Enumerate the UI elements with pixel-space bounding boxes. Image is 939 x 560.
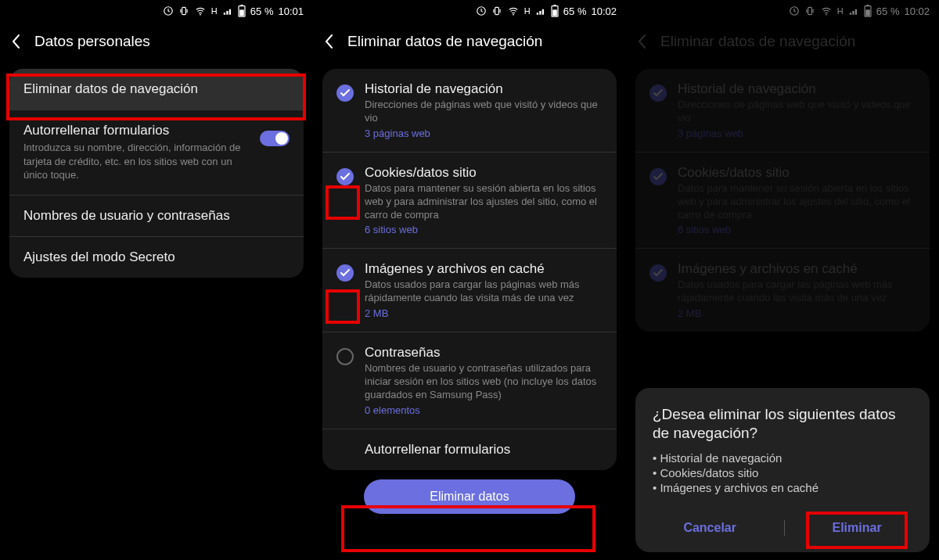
svg-rect-7 [495,7,499,14]
svg-point-2 [200,14,201,16]
status-bar: H 65 % 10:01 [0,0,313,22]
row-clear-browsing-data[interactable]: Eliminar datos de navegación [9,69,304,110]
dialog-items: • Historial de navegación • Cookies/dato… [653,451,912,494]
back-button[interactable] [11,34,20,49]
wifi-icon [507,5,520,16]
wifi-icon [194,5,207,16]
confirm-button[interactable]: Eliminar [818,515,895,541]
page-title: Datos personales [34,33,150,50]
battery-icon [551,5,559,17]
autofill-toggle[interactable] [260,131,290,146]
clock-label: 10:01 [278,5,304,17]
svg-rect-11 [552,9,557,16]
clock-label: 10:02 [591,5,617,17]
vibrate-icon [178,5,189,16]
checkbox-passwords[interactable] [336,348,354,365]
battery-label: 65 % [563,5,587,17]
settings-card: Eliminar datos de navegación Autorrellen… [9,69,304,278]
battery-label: 65 % [250,5,274,17]
checkbox-cache[interactable] [336,264,354,282]
back-button[interactable] [324,34,333,49]
network-label: H [211,6,218,16]
network-label: H [524,6,531,16]
row-cookies[interactable]: Cookies/datos sitio Datos para mantener … [322,153,617,249]
signal-icon [222,5,233,16]
svg-point-8 [513,14,514,16]
battery-icon [238,5,246,17]
svg-rect-10 [553,5,556,6]
header: Eliminar datos de navegación [313,22,626,61]
screen-personal-data: H 65 % 10:01 Datos personales Eliminar d… [0,0,313,560]
checkbox-history[interactable] [336,84,354,102]
row-cached-images[interactable]: Imágenes y archivos en caché Datos usado… [322,249,617,332]
cancel-button[interactable]: Cancelar [669,515,750,541]
page-title: Eliminar datos de navegación [347,33,542,50]
row-autofill-forms[interactable]: Autorrellenar formularios [322,429,617,470]
svg-rect-4 [240,5,243,6]
row-autofill-forms[interactable]: Autorrellenar formularios Introduzca su … [9,110,304,196]
svg-rect-5 [239,9,244,16]
row-passwords[interactable]: Contraseñas Nombres de usuario y contras… [322,332,617,429]
alarm-icon [163,5,174,16]
confirm-dialog: ¿Desea eliminar los siguientes datos de … [635,388,930,552]
checkbox-cookies[interactable] [336,168,354,185]
header: Datos personales [0,22,313,61]
svg-rect-1 [182,7,186,14]
dialog-actions: Cancelar Eliminar [653,515,912,541]
clear-data-card: Historial de navegación Direcciones de p… [322,69,617,470]
dialog-title: ¿Desea eliminar los siguientes datos de … [653,405,912,443]
screen-confirm-dialog: H 65 % 10:02 Eliminar datos de navegació… [626,0,939,560]
row-secret-mode[interactable]: Ajustes del modo Secreto [9,237,304,278]
divider [784,520,785,536]
status-bar: H 65 % 10:02 [313,0,626,22]
delete-data-button[interactable]: Eliminar datos [364,479,575,514]
row-browsing-history[interactable]: Historial de navegación Direcciones de p… [322,69,617,153]
vibrate-icon [491,5,502,16]
screen-clear-data: H 65 % 10:02 Eliminar datos de navegació… [313,0,626,560]
row-usernames-passwords[interactable]: Nombres de usuario y contraseñas [9,196,304,237]
alarm-icon [476,5,487,16]
signal-icon [535,5,546,16]
